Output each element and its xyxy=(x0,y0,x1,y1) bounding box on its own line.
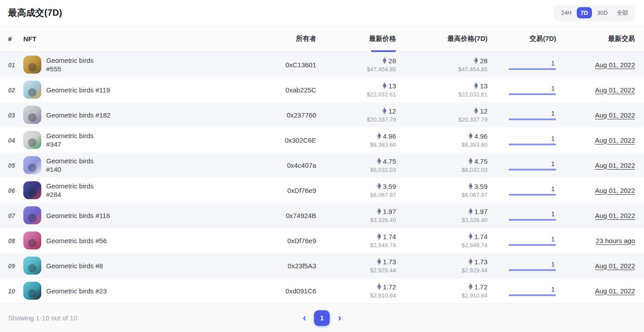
latest-price-usd: $6,067.97 xyxy=(316,192,396,198)
owner-address: 0x23f5A3 xyxy=(288,262,316,270)
column-header-latest-price[interactable]: 最新价格 xyxy=(316,26,396,52)
last-trade-link[interactable]: Aug 01, 2022 xyxy=(595,287,635,295)
nft-name[interactable]: Geometric birds #116 xyxy=(46,211,110,220)
nft-name[interactable]: Geometric birds #119 xyxy=(46,86,110,94)
nft-thumbnail[interactable] xyxy=(23,81,41,99)
latest-price-usd: $2,910.84 xyxy=(316,292,396,299)
nft-name[interactable]: Geometric birds #56 xyxy=(46,236,107,245)
table-row[interactable]: 09 Geometric birds #8 0x23f5A3 1.73 xyxy=(0,253,644,278)
owner-address: 0x4c407a xyxy=(287,162,316,169)
nft-thumbnail[interactable] xyxy=(23,106,41,124)
nft-thumbnail[interactable] xyxy=(23,206,41,224)
nft-name-line1: Geometric birds #119 xyxy=(46,86,110,94)
table-row[interactable]: 04 Geometric birds #347 0x302C6E 4.96 xyxy=(0,127,644,153)
trades-count: 1 xyxy=(509,110,556,117)
latest-price-usd: $47,454.85 xyxy=(316,66,396,73)
nft-name-line2: #347 xyxy=(46,140,94,149)
latest-price-eth: 13 xyxy=(388,82,396,90)
nft-thumbnail[interactable] xyxy=(23,131,41,149)
trades-bar xyxy=(509,169,556,170)
latest-price-usd: $22,032.61 xyxy=(316,91,396,98)
nft-name-line2: #140 xyxy=(46,165,94,174)
next-page-icon[interactable]: › xyxy=(336,313,343,323)
sort-indicator xyxy=(371,50,396,52)
trades-bar xyxy=(509,68,556,70)
high-price-usd: $8,032.03 xyxy=(396,166,487,173)
last-trade-link[interactable]: Aug 01, 2022 xyxy=(595,61,635,69)
column-header-rank[interactable]: # xyxy=(8,35,23,43)
filter-30d-button[interactable]: 30D xyxy=(593,7,612,18)
prev-page-icon[interactable]: ‹ xyxy=(301,313,308,323)
row-rank: 10 xyxy=(8,288,15,295)
column-header-high-price[interactable]: 最高价格(7D) xyxy=(396,35,487,43)
eth-icon xyxy=(468,258,473,265)
last-trade-link[interactable]: Aug 01, 2022 xyxy=(595,212,635,219)
table-row[interactable]: 08 Geometric birds #56 0xDf76e9 1.74 xyxy=(0,228,644,253)
high-price-eth: 1.97 xyxy=(474,208,487,215)
eth-icon xyxy=(468,208,473,215)
trades-count: 1 xyxy=(509,261,556,268)
latest-price-usd: $3,326.40 xyxy=(316,217,396,223)
table-row[interactable]: 05 Geometric birds #140 0x4c407a 4.75 xyxy=(0,153,644,178)
nft-name-line1: Geometric birds #56 xyxy=(46,237,107,245)
nft-name[interactable]: Geometric birds #23 xyxy=(46,287,107,295)
table-row[interactable]: 03 Geometric birds #182 0x237760 12 xyxy=(0,102,644,127)
column-header-owner[interactable]: 所有者 xyxy=(183,35,316,43)
table-body: 01 Geometric birds #555 0xC13601 28 xyxy=(0,52,644,303)
high-price-eth: 1.74 xyxy=(474,233,487,240)
last-trade-link[interactable]: Aug 01, 2022 xyxy=(595,136,635,144)
trades-bar xyxy=(509,93,556,95)
nft-thumbnail[interactable] xyxy=(23,282,41,300)
nft-thumbnail[interactable] xyxy=(23,181,41,199)
filter-all-button[interactable]: 全部 xyxy=(613,7,632,18)
column-header-trades[interactable]: 交易(7D) xyxy=(487,35,556,43)
nft-name-line1: Geometric birds #8 xyxy=(46,262,103,270)
column-header-last-trade[interactable]: 最新交易 xyxy=(556,35,635,43)
trades-bar xyxy=(509,118,556,120)
eth-icon xyxy=(377,258,381,265)
last-trade-link[interactable]: Aug 01, 2022 xyxy=(595,86,635,94)
nft-name[interactable]: Geometric birds #182 xyxy=(46,111,110,119)
high-price-eth: 13 xyxy=(480,82,487,90)
latest-price-eth: 28 xyxy=(388,57,396,65)
owner-address: 0x302C6E xyxy=(285,136,316,144)
filter-7d-button[interactable]: 7D xyxy=(577,7,592,18)
nft-thumbnail[interactable] xyxy=(23,56,41,74)
nft-thumbnail[interactable] xyxy=(23,257,41,275)
filter-24h-button[interactable]: 24H xyxy=(557,7,576,18)
eth-icon xyxy=(382,82,387,89)
eth-icon xyxy=(474,82,478,89)
column-header-nft[interactable]: NFT xyxy=(23,35,183,43)
last-trade-link[interactable]: Aug 01, 2022 xyxy=(595,111,635,119)
nft-name[interactable]: Geometric birds #8 xyxy=(46,262,103,270)
nft-name-line2: #555 xyxy=(46,65,94,73)
nft-name-line2: #284 xyxy=(46,190,94,199)
nft-name[interactable]: Geometric birds #347 xyxy=(46,131,94,149)
table-header: # NFT 所有者 最新价格 最高价格(7D) 交易(7D) 最新交易 xyxy=(0,26,644,52)
table-row[interactable]: 07 Geometric birds #116 0x74924B 1.97 xyxy=(0,203,644,228)
eth-icon xyxy=(468,283,473,290)
table-row[interactable]: 06 Geometric birds #284 0xDf76e9 3.59 xyxy=(0,178,644,203)
latest-price-eth: 4.96 xyxy=(383,132,396,140)
nft-thumbnail[interactable] xyxy=(23,156,41,174)
nft-name[interactable]: Geometric birds #284 xyxy=(46,182,94,199)
eth-icon xyxy=(382,57,387,64)
table-row[interactable]: 01 Geometric birds #555 0xC13601 28 xyxy=(0,52,644,77)
latest-price-eth: 12 xyxy=(388,107,396,115)
last-trade-link[interactable]: Aug 01, 2022 xyxy=(595,187,635,194)
nft-thumbnail[interactable] xyxy=(23,232,41,249)
table-footer: Showing 1-10 out of 10 ‹ 1 › xyxy=(0,303,644,332)
table-row[interactable]: 02 Geometric birds #119 0xab225C 13 xyxy=(0,77,644,102)
last-trade-link[interactable]: Aug 01, 2022 xyxy=(595,262,635,270)
last-trade-link[interactable]: 23 hours ago xyxy=(596,237,635,245)
high-price-usd: $8,383.60 xyxy=(396,141,487,148)
nft-name[interactable]: Geometric birds #555 xyxy=(46,56,94,73)
high-price-eth: 4.96 xyxy=(474,132,487,140)
owner-address: 0x237760 xyxy=(287,111,316,119)
nft-name[interactable]: Geometric birds #140 xyxy=(46,157,94,174)
trades-bar xyxy=(509,194,556,196)
last-trade-link[interactable]: Aug 01, 2022 xyxy=(595,162,635,169)
table-row[interactable]: 10 Geometric birds #23 0xd091C6 1.72 xyxy=(0,278,644,303)
trades-bar xyxy=(509,219,556,221)
page-1-button[interactable]: 1 xyxy=(314,310,330,326)
